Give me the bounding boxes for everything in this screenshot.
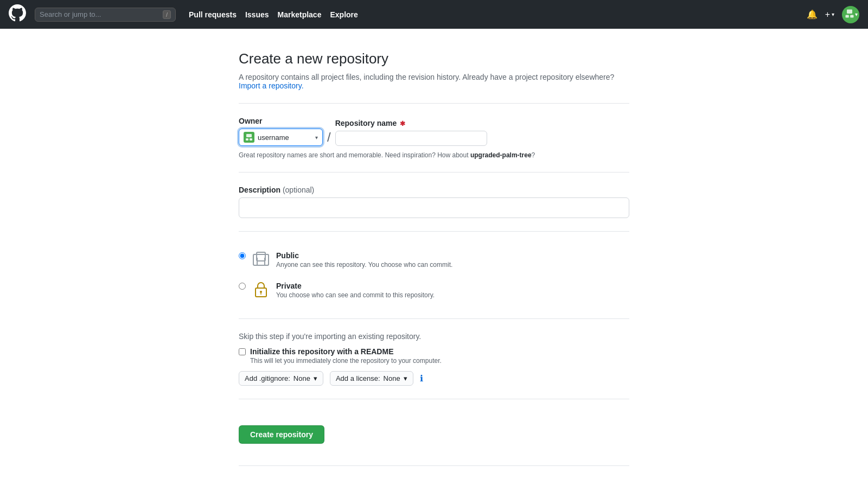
owner-chevron-icon: ▾ xyxy=(315,135,318,141)
divider-4 xyxy=(239,318,629,319)
avatar-image xyxy=(844,8,855,21)
svg-rect-9 xyxy=(257,252,265,261)
public-icon xyxy=(252,250,270,267)
dropdowns-row: Add .gitignore: None ▾ Add a license: No… xyxy=(239,371,629,386)
create-repository-button[interactable]: Create repository xyxy=(239,425,324,444)
public-content: Public Anyone can see this repository. Y… xyxy=(276,251,452,269)
license-chevron-icon: ▾ xyxy=(404,374,407,382)
subtitle: A repository contains all project files,… xyxy=(239,73,629,90)
github-logo[interactable] xyxy=(9,4,26,25)
owner-name: username xyxy=(258,133,312,142)
owner-avatar xyxy=(244,132,254,143)
navbar-right: 🔔 + ▾ ▾ xyxy=(807,6,859,23)
svg-rect-7 xyxy=(250,138,252,141)
private-radio[interactable] xyxy=(239,283,246,290)
gitignore-chevron-icon: ▾ xyxy=(314,374,317,382)
readme-content: Initialize this repository with a README… xyxy=(250,347,442,365)
description-input[interactable] xyxy=(239,197,629,218)
owner-select[interactable]: username ▾ xyxy=(239,129,323,146)
owner-repo-row: Owner username ▾ / xyxy=(239,117,629,146)
search-bar[interactable]: / xyxy=(35,8,176,22)
init-readme-checkbox[interactable] xyxy=(239,348,246,355)
avatar[interactable]: ▾ xyxy=(842,6,859,23)
license-value: None xyxy=(384,374,400,382)
public-radio[interactable] xyxy=(239,252,246,259)
private-icon xyxy=(252,280,270,298)
readme-checkbox-row: Initialize this repository with a README… xyxy=(239,347,629,365)
private-desc: You choose who can see and commit to thi… xyxy=(276,291,435,299)
description-group: Description (optional) xyxy=(239,186,629,218)
nav-pull-requests[interactable]: Pull requests xyxy=(189,10,237,19)
import-link[interactable]: Import a repository. xyxy=(239,81,304,90)
public-label: Public xyxy=(276,251,452,260)
divider-1 xyxy=(239,103,629,104)
gitignore-select[interactable]: Add .gitignore: None ▾ xyxy=(239,371,323,386)
repo-name-group: Repository name ✱ xyxy=(335,119,487,146)
private-content: Private You choose who can see and commi… xyxy=(276,282,435,299)
public-option[interactable]: Public Anyone can see this repository. Y… xyxy=(239,245,629,275)
gitignore-value: None xyxy=(293,374,310,382)
nav-issues[interactable]: Issues xyxy=(245,10,269,19)
search-input[interactable] xyxy=(40,10,159,18)
public-desc: Anyone can see this repository. You choo… xyxy=(276,261,452,269)
plus-label: + xyxy=(825,10,830,20)
owner-group: Owner username ▾ xyxy=(239,117,323,146)
repo-name-label: Repository name ✱ xyxy=(335,119,487,127)
main-content: Create a new repository A repository con… xyxy=(0,29,868,498)
description-optional: (optional) xyxy=(283,186,314,194)
nav-explore[interactable]: Explore xyxy=(330,10,358,19)
gitignore-label: Add .gitignore: xyxy=(245,374,290,382)
page-title: Create a new repository xyxy=(239,50,629,67)
svg-rect-12 xyxy=(253,254,269,265)
svg-rect-1 xyxy=(847,10,852,14)
new-item-button[interactable]: + ▾ xyxy=(825,10,834,20)
divider-3 xyxy=(239,231,629,232)
bottom-divider xyxy=(239,465,629,466)
readme-label: Initialize this repository with a README xyxy=(250,347,442,356)
readme-desc: This will let you immediately clone the … xyxy=(250,357,442,365)
svg-point-14 xyxy=(260,291,262,293)
plus-chevron: ▾ xyxy=(832,11,834,17)
license-select[interactable]: Add a license: None ▾ xyxy=(330,371,413,386)
avatar-chevron: ▾ xyxy=(855,11,858,17)
nav-marketplace[interactable]: Marketplace xyxy=(278,10,322,19)
description-label: Description (optional) xyxy=(239,186,629,194)
hint-text: Great repository names are short and mem… xyxy=(239,151,629,159)
divider-2 xyxy=(239,172,629,173)
search-kbd: / xyxy=(163,10,171,19)
divider-5 xyxy=(239,399,629,399)
repo-name-input[interactable] xyxy=(335,131,487,146)
skip-note: Skip this step if you're importing an ex… xyxy=(239,332,629,341)
notification-icon[interactable]: 🔔 xyxy=(807,9,818,20)
navbar: / Pull requests Issues Marketplace Explo… xyxy=(0,0,868,29)
owner-label: Owner xyxy=(239,117,323,125)
svg-rect-8 xyxy=(253,254,269,265)
svg-rect-5 xyxy=(246,134,252,137)
svg-rect-3 xyxy=(850,15,853,18)
info-icon[interactable]: ℹ xyxy=(420,373,423,384)
required-star: ✱ xyxy=(398,120,405,127)
private-label: Private xyxy=(276,282,435,290)
license-label: Add a license: xyxy=(336,374,380,382)
nav-links: Pull requests Issues Marketplace Explore xyxy=(189,10,358,19)
svg-rect-6 xyxy=(246,138,248,141)
private-option[interactable]: Private You choose who can see and commi… xyxy=(239,275,629,305)
form-container: Create a new repository A repository con… xyxy=(228,50,640,466)
slash-separator: / xyxy=(327,130,331,146)
subtitle-text: A repository contains all project files,… xyxy=(239,73,614,81)
svg-rect-2 xyxy=(845,15,848,18)
suggested-name: upgraded-palm-tree xyxy=(470,151,532,159)
